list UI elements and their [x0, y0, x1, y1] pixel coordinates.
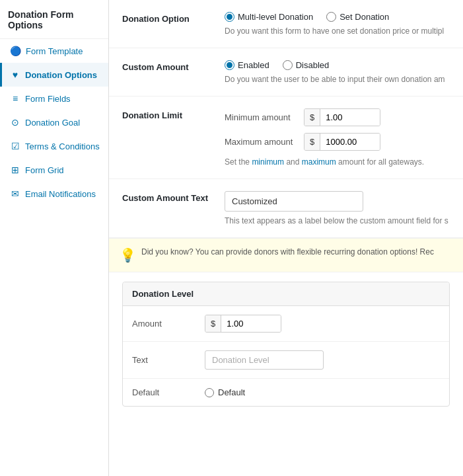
custom-amount-row: Custom Amount Enabled Disabled Do you wa… [109, 48, 463, 97]
sidebar-item-form-grid[interactable]: ⊞ Form Grid [0, 158, 108, 182]
donation-limit-hint: Set the minimum and maximum amount for a… [225, 157, 450, 167]
custom-amount-radio-group: Enabled Disabled [225, 60, 450, 70]
radio-multi-level-input[interactable] [225, 12, 234, 22]
form-grid-icon: ⊞ [10, 165, 20, 175]
maximum-amount-input[interactable] [320, 134, 380, 150]
sidebar-item-donation-options[interactable]: ♥ Donation Options [0, 63, 108, 87]
maximum-amount-label: Maximum amount [225, 137, 297, 147]
donation-option-content: Multi-level Donation Set Donation Do you… [225, 12, 450, 36]
donation-option-hint: Do you want this form to have one set do… [225, 26, 450, 36]
sidebar-item-label: Terms & Conditions [25, 141, 100, 151]
sidebar-item-label: Donation Goal [25, 118, 80, 128]
donation-level-text-row: Text [123, 342, 449, 379]
donation-option-label: Donation Option [122, 12, 225, 24]
minimum-amount-input[interactable] [320, 109, 380, 126]
minimum-amount-label: Minimum amount [225, 112, 297, 122]
donation-level-amount-label: Amount [132, 319, 198, 329]
donation-level-default-radio-wrap: Default [205, 387, 245, 397]
radio-set-donation[interactable]: Set Donation [326, 12, 389, 22]
notice-text: Did you know? You can provide donors wit… [141, 247, 434, 257]
maximum-amount-input-wrap: $ [304, 133, 380, 151]
donation-level-currency-symbol: $ [205, 315, 221, 332]
minimum-amount-input-wrap: $ [304, 108, 380, 126]
radio-set-donation-input[interactable] [326, 12, 336, 22]
sidebar-title: Donation Form Options [0, 0, 108, 39]
main-content: Donation Option Multi-level Donation Set… [109, 0, 463, 476]
sidebar-item-label: Form Grid [25, 165, 64, 175]
radio-enabled-input[interactable] [225, 60, 234, 70]
sidebar-item-label: Form Fields [25, 94, 71, 104]
donation-level-default-row: Default Default [123, 379, 449, 406]
sidebar-item-terms-conditions[interactable]: ☑ Terms & Conditions [0, 134, 108, 158]
minimum-amount-row: Minimum amount $ [225, 108, 450, 126]
custom-amount-text-input[interactable] [225, 191, 363, 212]
form-fields-icon: ≡ [10, 93, 20, 104]
custom-amount-hint: Do you want the user to be able to input… [225, 75, 450, 84]
donation-limit-content: Minimum amount $ Maximum amount $ Set th… [225, 108, 450, 167]
radio-multi-level[interactable]: Multi-level Donation [225, 12, 313, 22]
sidebar-item-label: Form Template [26, 46, 83, 56]
sidebar-item-donation-goal[interactable]: ⊙ Donation Goal [0, 110, 108, 134]
min-highlight: minimum [252, 157, 284, 167]
radio-disabled-input[interactable] [283, 60, 293, 70]
custom-amount-label: Custom Amount [122, 60, 225, 72]
sidebar-item-email-notifications[interactable]: ✉ Email Notifications [0, 182, 108, 206]
donation-level-card-header: Donation Level [123, 282, 449, 306]
donation-level-text-input[interactable] [205, 350, 324, 370]
donation-level-amount-input-wrap: $ [205, 315, 281, 333]
donation-goal-icon: ⊙ [10, 117, 20, 128]
donation-level-card-body: Amount $ Text Default Default [123, 306, 449, 406]
custom-amount-text-hint: This text appears as a label below the c… [225, 216, 450, 225]
radio-multi-level-label: Multi-level Donation [238, 12, 313, 22]
radio-disabled[interactable]: Disabled [283, 60, 330, 70]
donation-level-default-radio[interactable] [205, 388, 214, 397]
email-icon: ✉ [10, 188, 20, 199]
donation-level-amount-input[interactable] [221, 315, 281, 332]
radio-set-donation-label: Set Donation [339, 12, 389, 22]
max-highlight: maximum [302, 157, 336, 167]
donation-level-card: Donation Level Amount $ Text Defa [122, 282, 450, 407]
donation-option-radio-group: Multi-level Donation Set Donation [225, 12, 450, 22]
donation-level-amount-row: Amount $ [123, 306, 449, 342]
custom-amount-text-row: Custom Amount Text This text appears as … [109, 179, 463, 238]
radio-enabled-label: Enabled [238, 60, 269, 70]
radio-enabled[interactable]: Enabled [225, 60, 269, 70]
form-template-icon: 🔵 [10, 46, 21, 56]
donation-options-icon: ♥ [10, 69, 20, 80]
donation-option-row: Donation Option Multi-level Donation Set… [109, 0, 463, 48]
sidebar-item-label: Donation Options [25, 70, 97, 80]
sidebar-item-form-template[interactable]: 🔵 Form Template [0, 39, 108, 63]
sidebar-item-form-fields[interactable]: ≡ Form Fields [0, 87, 108, 110]
donation-limit-label: Donation Limit [122, 108, 225, 120]
donation-level-default-label: Default [132, 387, 198, 397]
minimum-currency-symbol: $ [304, 109, 320, 126]
custom-amount-text-content: This text appears as a label below the c… [225, 191, 450, 225]
notice-row: 💡 Did you know? You can provide donors w… [109, 238, 463, 272]
sidebar: Donation Form Options 🔵 Form Template ♥ … [0, 0, 109, 476]
custom-amount-text-label: Custom Amount Text [122, 191, 225, 203]
maximum-amount-row: Maximum amount $ [225, 133, 450, 151]
donation-limit-row: Donation Limit Minimum amount $ Maximum … [109, 97, 463, 179]
sidebar-item-label: Email Notifications [25, 189, 96, 199]
donation-level-default-radio-label: Default [218, 387, 245, 397]
custom-amount-content: Enabled Disabled Do you want the user to… [225, 60, 450, 84]
maximum-currency-symbol: $ [304, 134, 320, 150]
terms-icon: ☑ [10, 141, 20, 151]
notice-icon: 💡 [120, 247, 136, 263]
donation-level-text-label: Text [132, 355, 198, 365]
radio-disabled-label: Disabled [296, 60, 330, 70]
